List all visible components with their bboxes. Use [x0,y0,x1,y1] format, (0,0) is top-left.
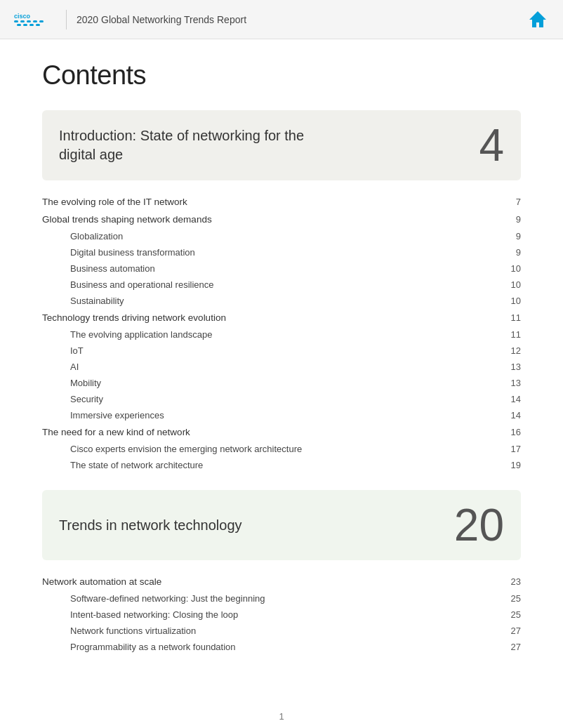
toc-item[interactable]: Cisco experts envision the emerging netw… [42,441,521,457]
toc-label: Business and operational resilience [70,279,507,290]
svg-text:cisco: cisco [14,13,31,20]
header: cisco 2020 Global Networking Trends Repo… [0,0,563,39]
svg-marker-10 [529,11,546,27]
toc-item[interactable]: Network automation at scale 23 [42,573,521,590]
page-number: 1 [279,711,284,722]
section-number-intro: 4 [479,123,504,168]
toc-label: Global trends shaping network demands [42,214,507,225]
toc-item[interactable]: Business and operational resilience 10 [42,277,521,293]
toc-label: Software-defined networking: Just the be… [70,593,507,604]
toc-page: 10 [507,296,521,306]
toc-label: Technology trends driving network evolut… [42,312,507,323]
toc-item[interactable]: Intent-based networking: Closing the loo… [42,607,521,623]
svg-rect-3 [27,20,31,22]
toc-page: 9 [507,231,521,241]
toc-page: 10 [507,279,521,290]
toc-item[interactable]: IoT 12 [42,343,521,359]
svg-rect-1 [14,20,18,22]
home-icon[interactable] [526,8,549,31]
svg-rect-6 [17,24,21,26]
toc-item[interactable]: The state of network architecture 19 [42,457,521,473]
contents-heading: Contents [42,60,521,91]
toc-page: 17 [507,444,521,454]
toc-page: 27 [507,626,521,636]
toc-page: 14 [507,410,521,421]
section-block-trends: Trends in network technology 20 [42,490,521,560]
toc-label: Programmability as a network foundation [70,642,507,652]
toc-page: 10 [507,263,521,274]
toc-label: The evolving role of the IT network [42,197,507,207]
toc-page: 9 [507,247,521,258]
toc-label: IoT [70,345,507,356]
cisco-logo: cisco [14,7,45,32]
toc-item[interactable]: Technology trends driving network evolut… [42,309,521,326]
toc-label: The need for a new kind of network [42,427,507,437]
svg-rect-4 [33,20,37,22]
toc-page: 19 [507,460,521,470]
toc-item[interactable]: AI 13 [42,359,521,375]
toc-label: Cisco experts envision the emerging netw… [70,444,507,454]
toc-label: Globalization [70,231,507,241]
toc-item[interactable]: Immersive experiences 14 [42,407,521,423]
toc-label: Network functions virtualization [70,626,507,636]
toc-page: 11 [507,329,521,340]
toc-label: Immersive experiences [70,410,507,421]
toc-label: AI [70,362,507,372]
footer: 1 [0,700,563,728]
toc-list-trends: Network automation at scale 23 Software-… [42,573,521,655]
toc-page: 13 [507,378,521,388]
sections-container: Introduction: State of networking for th… [42,110,521,655]
main-content: Contents Introduction: State of networki… [0,39,563,700]
toc-label: Mobility [70,378,507,388]
section-title-intro: Introduction: State of networking for th… [59,126,326,164]
toc-page: 25 [507,593,521,604]
toc-page: 14 [507,394,521,404]
toc-item[interactable]: Mobility 13 [42,375,521,391]
toc-page: 25 [507,609,521,620]
toc-label: Security [70,394,507,404]
toc-page: 12 [507,345,521,356]
toc-item[interactable]: Sustainability 10 [42,293,521,309]
toc-item[interactable]: The need for a new kind of network 16 [42,423,521,441]
toc-page: 7 [507,197,521,207]
toc-list-intro: The evolving role of the IT network 7 Gl… [42,193,521,473]
toc-item[interactable]: Software-defined networking: Just the be… [42,590,521,607]
toc-item[interactable]: Business automation 10 [42,260,521,277]
svg-rect-2 [20,20,25,22]
toc-page: 9 [507,214,521,225]
toc-label: Digital business transformation [70,247,507,258]
toc-page: 27 [507,642,521,652]
toc-item[interactable]: Global trends shaping network demands 9 [42,211,521,228]
toc-item[interactable]: Security 14 [42,391,521,407]
toc-page: 13 [507,362,521,372]
toc-page: 23 [507,576,521,587]
toc-item[interactable]: Network functions virtualization 27 [42,623,521,639]
toc-label: The evolving application landscape [70,329,507,340]
svg-rect-5 [39,20,44,22]
toc-label: Sustainability [70,296,507,306]
section-block-intro: Introduction: State of networking for th… [42,110,521,180]
page: cisco 2020 Global Networking Trends Repo… [0,0,563,728]
header-divider [66,10,67,29]
svg-rect-9 [36,24,40,26]
toc-item[interactable]: The evolving application landscape 11 [42,326,521,343]
svg-rect-7 [23,24,27,26]
toc-label: Network automation at scale [42,576,507,587]
toc-item[interactable]: Globalization 9 [42,228,521,244]
toc-item[interactable]: Programmability as a network foundation … [42,639,521,655]
svg-rect-8 [29,24,34,26]
toc-page: 16 [507,427,521,437]
toc-label: Business automation [70,263,507,274]
toc-label: The state of network architecture [70,460,507,470]
section-number-trends: 20 [454,503,504,548]
toc-page: 11 [507,312,521,323]
toc-item[interactable]: Digital business transformation 9 [42,244,521,260]
section-title-trends: Trends in network technology [59,516,242,535]
toc-item[interactable]: The evolving role of the IT network 7 [42,193,521,211]
toc-label: Intent-based networking: Closing the loo… [70,609,507,620]
header-title: 2020 Global Networking Trends Report [77,14,526,25]
